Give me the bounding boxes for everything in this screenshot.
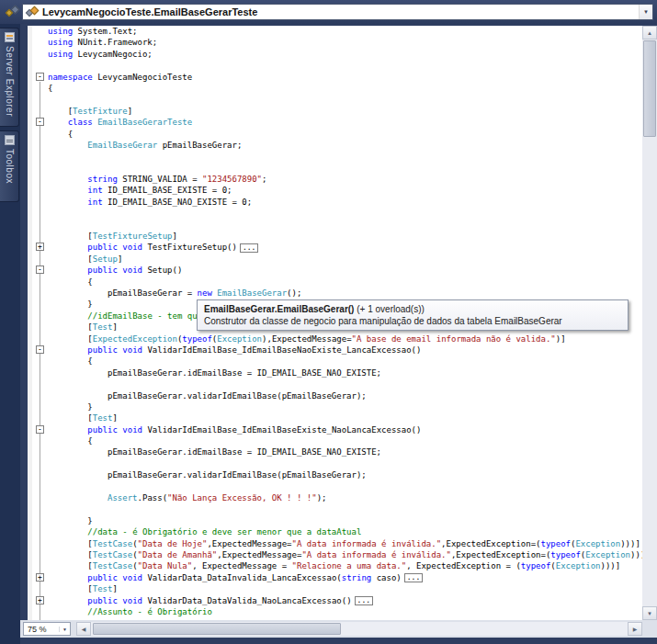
code-line[interactable] [28, 378, 642, 390]
code-line[interactable]: int ID_EMAIL_BASE_NAO_EXISTE = 0; [28, 197, 642, 208]
code-line[interactable]: EmailBaseGerar pEmailBaseGerar; [28, 140, 642, 151]
code-line[interactable]: + public void TestFixtureSetup()... [28, 242, 642, 253]
code-token: { [48, 436, 93, 446]
code-token: ID_EMAIL_BASE_NAO_EXISTE = 0; [103, 198, 253, 207]
code-line[interactable]: + public void ValidarData_DataValida_Nao… [28, 595, 642, 606]
code-line[interactable]: { [28, 277, 642, 288]
code-line[interactable] [28, 458, 642, 469]
vertical-scrollbar-thumb[interactable] [643, 40, 656, 137]
code-line[interactable]: -namespace LevycamNegocioTeste [28, 72, 642, 83]
fold-margin-cell [28, 231, 48, 242]
code-line[interactable] [28, 481, 642, 492]
code-token: typeof [182, 334, 212, 344]
code-line[interactable]: [TestFixture] [28, 106, 642, 117]
code-line[interactable]: [Test] [28, 412, 642, 424]
fold-margin-cell [28, 151, 48, 162]
code-line[interactable]: [ExpectedException(typeof(Exception),Exp… [28, 333, 642, 345]
code-line[interactable] [28, 208, 642, 219]
code-line[interactable]: pEmailBaseGerar.idEmailBase = ID_EMAIL_B… [28, 367, 642, 378]
code-token: pEmailBaseGerar; [157, 141, 242, 150]
code-token: //idEmailBase - tem qu [87, 311, 197, 321]
sidebar-tab-server-explorer[interactable]: Server Explorer [0, 28, 19, 127]
code-line[interactable]: using System.Text; [28, 26, 642, 37]
code-line[interactable]: - public void ValidarIdEmailBase_IdEmail… [28, 424, 642, 435]
code-line[interactable]: [TestFixtureSetup] [28, 231, 642, 242]
scroll-up-icon[interactable]: ▲ [642, 26, 657, 40]
code-line[interactable]: [TestCase("Data de Hoje",ExpectedMessage… [28, 538, 642, 549]
code-line[interactable] [28, 163, 642, 174]
chevron-down-icon[interactable]: ▼ [639, 5, 652, 19]
fold-margin-cell [28, 492, 48, 503]
code-line[interactable]: [Setup] [28, 254, 642, 265]
collapsed-code-box[interactable]: ... [240, 243, 258, 253]
code-line[interactable]: string STRING_VALIDA = "1234567890"; [28, 174, 642, 185]
code-line[interactable]: using LevycamNegocio; [28, 49, 642, 60]
fold-collapse-icon[interactable]: - [36, 345, 44, 354]
chevron-down-icon[interactable]: ▼ [59, 627, 70, 632]
code-line[interactable]: [Test] [28, 583, 642, 594]
code-line[interactable]: [TestCase("Data Nula", ExpectedMessage =… [28, 560, 642, 571]
code-line[interactable]: pEmailBaseGerar.idEmailBase = ID_EMAIL_B… [28, 446, 642, 458]
type-member-dropdown[interactable]: LevycamNegocioTeste.EmailBaseGerarTeste … [22, 4, 653, 20]
code-token: TestFixture [73, 107, 128, 116]
code-line[interactable]: { [28, 356, 642, 367]
code-text: public void ValidarData_DataInvalida_Lan… [48, 572, 642, 583]
code-line[interactable]: } [28, 401, 642, 412]
code-line[interactable]: [TestCase("Data de Amanhã",ExpectedMessa… [28, 549, 642, 560]
code-token [48, 198, 87, 207]
code-line[interactable]: - public void ValidarIdEmailBase_IdEmail… [28, 345, 642, 356]
code-line[interactable]: - class EmailBaseGerarTeste [28, 117, 642, 128]
zoom-dropdown[interactable]: 75 % ▼ [23, 622, 71, 636]
fold-collapse-icon[interactable]: - [36, 425, 44, 434]
vertical-scrollbar[interactable]: ▲ ▼ [642, 26, 657, 620]
collapsed-code-box[interactable]: ... [404, 573, 423, 582]
code-line[interactable]: { [28, 435, 642, 446]
code-line[interactable]: pEmailBaseGerar.validarIdEmailBase(pEmai… [28, 469, 642, 480]
code-token: Exception [217, 334, 262, 344]
sidebar-tab-toolbox[interactable]: Toolbox [0, 130, 19, 202]
fold-collapse-icon[interactable]: - [36, 118, 44, 126]
code-line[interactable]: using NUnit.Framework; [28, 37, 642, 48]
code-line[interactable]: } [28, 515, 642, 526]
code-line[interactable]: Assert.Pass("Não Lança Excessão, OK ! ! … [28, 492, 642, 503]
code-line[interactable]: pEmailBaseGerar = new EmailBaseGerar(); [28, 288, 642, 299]
scroll-right-icon[interactable]: ▶ [628, 622, 642, 636]
code-line[interactable]: { [28, 129, 642, 140]
code-line[interactable]: + public void ValidarData_DataInvalida_L… [28, 572, 642, 583]
code-line[interactable] [28, 60, 642, 71]
code-line[interactable]: { [28, 83, 642, 94]
fold-margin-cell [28, 435, 48, 446]
scroll-left-icon[interactable]: ◀ [76, 622, 91, 636]
fold-collapse-icon[interactable]: - [36, 266, 44, 274]
fold-expand-icon[interactable]: + [36, 573, 44, 582]
code-line[interactable] [28, 151, 642, 162]
code-token: TestFixtureSetup [93, 232, 173, 241]
code-text [48, 163, 642, 174]
code-line[interactable] [28, 220, 642, 231]
fold-margin-cell [28, 412, 48, 424]
code-text: int ID_EMAIL_BASE_EXISTE = 0; [48, 185, 642, 196]
fold-margin-cell [28, 163, 48, 174]
code-line[interactable] [28, 94, 642, 105]
code-token: "A data informada é inválida." [292, 539, 442, 548]
code-token: pEmailBaseGerar = [48, 288, 198, 298]
code-line[interactable] [28, 503, 642, 514]
code-line[interactable]: //Assunto - é Obrigatório [28, 606, 642, 617]
fold-margin-cell [28, 333, 48, 345]
code-token: [ [48, 539, 93, 548]
scroll-down-icon[interactable]: ▼ [642, 606, 657, 620]
horizontal-scrollbar[interactable] [91, 622, 628, 636]
code-line[interactable]: //data - é Obrigatório e deve ser menor … [28, 526, 642, 537]
fold-expand-icon[interactable]: + [36, 596, 44, 604]
horizontal-scrollbar-thumb[interactable] [93, 623, 341, 635]
fold-expand-icon[interactable]: + [36, 243, 44, 251]
code-line[interactable]: - public void Setup() [28, 265, 642, 276]
code-text: public void ValidarIdEmailBase_IdEmailBa… [48, 345, 642, 356]
collapsed-code-box[interactable]: ... [355, 596, 373, 605]
code-line[interactable]: pEmailBaseGerar.validarIdEmailBase(pEmai… [28, 390, 642, 401]
code-token: TestCase [93, 561, 132, 571]
fold-margin-cell [28, 26, 48, 37]
fold-collapse-icon[interactable]: - [36, 73, 44, 81]
code-line[interactable]: int ID_EMAIL_BASE_EXISTE = 0; [28, 185, 642, 196]
code-token: int [87, 198, 102, 207]
